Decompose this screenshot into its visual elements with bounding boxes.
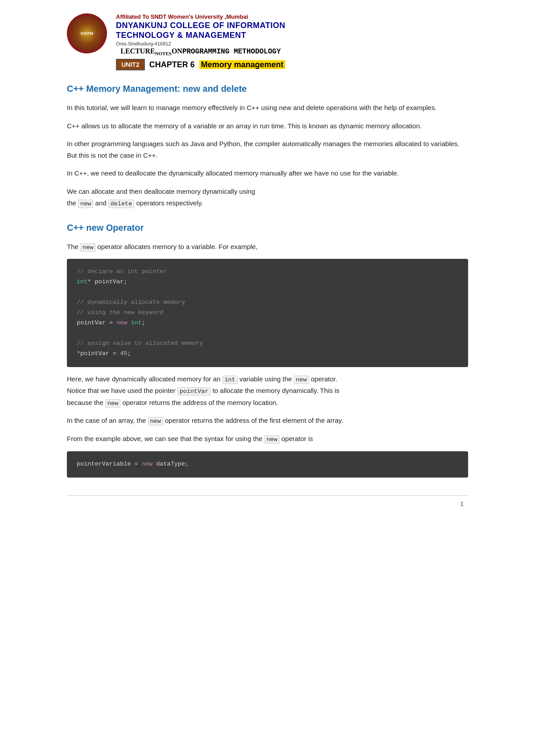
after-code-1-mid: variable using the [239, 375, 294, 383]
chapter-title: Memory management [199, 60, 285, 69]
code-line2: int* pointVar; [77, 278, 127, 285]
address-text: Ores.Sindhudurg-416812 [116, 41, 285, 46]
lecture-notes-label: LECTURENOTESONPROGRAMMING METHODOLOGY [116, 47, 285, 56]
intro5-and: and [95, 199, 108, 207]
new-inline5: new [148, 417, 163, 425]
new-inline4: new [105, 399, 120, 408]
delete-keyword-inline: delete [108, 200, 135, 208]
after-code-5-text: From the example above, we can see that … [67, 435, 263, 442]
header: DSITM Affiliated To SNDT Women's Univers… [67, 13, 468, 70]
unit-badge: UNIT2 [116, 59, 144, 70]
new-inline3: new [294, 376, 309, 384]
college-line1: DNYANKUNJ COLLEGE OF INFORMATION [116, 21, 285, 31]
code-comment4: // assign value to allocated memory [77, 340, 203, 347]
pointvar-inline: pointVar [177, 387, 211, 396]
paragraph-intro4: In C++, we need to deallocate the dynami… [67, 168, 468, 179]
chapter-label: CHAPTER 6 Memory management [149, 60, 285, 69]
header-text-block: Affiliated To SNDT Women's University ,M… [116, 13, 285, 70]
after-code-5-rest: operator is [281, 435, 313, 442]
footer-rule [67, 495, 468, 496]
code-line9: *pointVar = 45; [77, 350, 131, 357]
after-code-para2: In the case of an array, the new operato… [67, 415, 468, 427]
logo-inner: DSITM [69, 16, 105, 51]
code-comment2: // dynamically allocate memory [77, 299, 185, 306]
page: DSITM Affiliated To SNDT Women's Univers… [67, 0, 468, 534]
new-keyword-inline1: new [78, 200, 93, 208]
affiliation-text: Affiliated To SNDT Women's University ,M… [116, 13, 285, 20]
after-code-4-text: In the case of an array, the [67, 417, 146, 424]
after-code-2-prefix: Notice that we have used the pointer [67, 387, 176, 394]
new-operator-intro: The new operator allocates memory to a v… [67, 241, 468, 253]
int-inline: int [222, 376, 238, 384]
syntax-code-text: pointerVariable = new dataType; [77, 461, 189, 467]
footer: 1 [67, 500, 468, 507]
chapter-number: CHAPTER 6 [149, 60, 195, 69]
college-line2: TECHNOLOGY & MANAGEMENT [116, 31, 285, 41]
intro5-the: the [67, 199, 76, 207]
main-content: C++ Memory Management: new and delete In… [67, 84, 468, 477]
code-comment3: // using the new keyword [77, 309, 163, 316]
code-line6: pointVar = new int; [77, 319, 145, 326]
page-number: 1 [460, 500, 464, 507]
after-code-1-suffix: operator. [311, 375, 337, 383]
code-comment1: // declare an int pointer [77, 268, 167, 275]
main-section-title: C++ Memory Management: new and delete [67, 84, 468, 94]
new-kw-inline2: new [80, 243, 95, 252]
intro5-text3: operators respectively. [136, 199, 203, 207]
new-operator-section-title: C++ new Operator [67, 223, 468, 233]
paragraph-intro2: C++ allows us to allocate the memory of … [67, 120, 468, 132]
after-code-3-suffix: operator returns the address of the memo… [122, 399, 278, 406]
after-code-1-prefix: Here, we have dynamically allocated memo… [67, 375, 220, 383]
paragraph-intro3: In other programming languages such as J… [67, 138, 468, 162]
after-code-2-mid: to allocate the memory dynamically. This… [213, 387, 340, 394]
after-code-4-rest: operator returns the address of the firs… [165, 417, 343, 424]
logo-text: DSITM [81, 31, 93, 36]
after-code-3-prefix: because the [67, 399, 103, 406]
new-intro-rest: operator allocates memory to a variable.… [98, 243, 258, 250]
logo: DSITM [67, 13, 107, 53]
new-inline6: new [264, 435, 280, 444]
syntax-code-block: pointerVariable = new dataType; [67, 451, 468, 478]
unit-chapter-row: UNIT2 CHAPTER 6 Memory management [116, 59, 285, 70]
code-block-example: // declare an int pointer int* pointVar;… [67, 259, 468, 367]
after-code-para1: Here, we have dynamically allocated memo… [67, 373, 468, 409]
paragraph-intro1: In this tutorial, we will learn to manag… [67, 102, 468, 114]
paragraph-intro5: We can allocate and then deallocate memo… [67, 186, 468, 209]
new-intro-the: The [67, 243, 78, 250]
after-code-para3: From the example above, we can see that … [67, 433, 468, 445]
intro5-text1: We can allocate and then deallocate memo… [67, 188, 255, 195]
